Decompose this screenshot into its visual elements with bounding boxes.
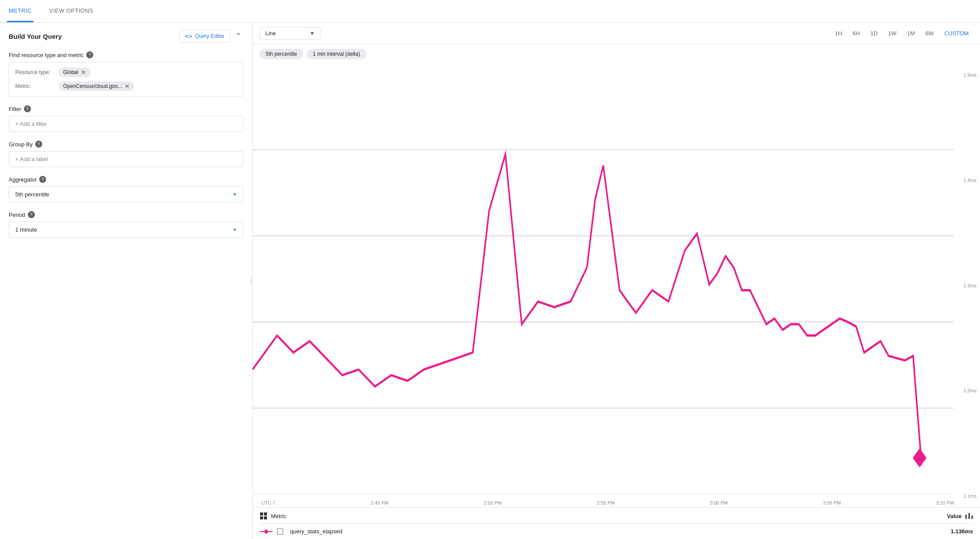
tab-view-options[interactable]: VIEW OPTIONS	[47, 0, 95, 22]
query-editor-button[interactable]: <> Query Editor	[179, 30, 230, 43]
legend-header: Metric Value	[260, 512, 973, 524]
x-axis: UTC-7 2:45 PM 2:50 PM 2:55 PM 3:00 PM 3:…	[261, 500, 954, 505]
y-label-2: 1.4ms	[963, 178, 977, 183]
aggregator-help-icon[interactable]: ?	[39, 176, 46, 183]
x-label-5: 3:05 PM	[823, 500, 841, 505]
group-by-help-icon[interactable]: ?	[35, 141, 42, 148]
time-btn-custom[interactable]: CUSTOM	[940, 27, 973, 39]
x-label-2: 2:50 PM	[484, 500, 502, 505]
x-label-0: UTC-7	[261, 500, 275, 505]
metric-value: OpenCensus/cloud.goo...	[63, 83, 122, 89]
grid-icon	[260, 512, 267, 520]
time-btn-1d[interactable]: 1D	[866, 27, 882, 39]
legend-line-svg	[260, 529, 273, 534]
svg-rect-7	[264, 512, 267, 515]
metric-chip[interactable]: OpenCensus/cloud.goo... ✕	[59, 81, 134, 91]
chart-type-select[interactable]: Line ▼	[260, 27, 321, 40]
group-by-section-title: Group By ?	[9, 141, 243, 148]
resource-section-title: Find resource type and metric ?	[9, 51, 243, 58]
right-panel: Line ▼ 1H 6H 1D 1W 1M 6W CUSTOM 5th perc…	[253, 23, 980, 539]
legend-metric-name: query_stats_elapsed	[290, 528, 946, 535]
build-query-title: Build Your Query	[9, 33, 62, 40]
x-label-6: 3:10 PM	[936, 500, 954, 505]
x-label-3: 2:55 PM	[597, 500, 615, 505]
period-help-icon[interactable]: ?	[28, 211, 35, 218]
svg-rect-9	[264, 516, 267, 519]
legend-line-icon	[260, 529, 273, 534]
y-label-3: 1.3ms	[963, 283, 977, 288]
time-btn-1m[interactable]: 1M	[902, 27, 919, 39]
svg-rect-6	[260, 512, 263, 515]
time-btn-1w[interactable]: 1W	[884, 27, 901, 39]
x-label-4: 3:00 PM	[710, 500, 728, 505]
main-layout: Build Your Query <> Query Editor ⌃ Find …	[0, 23, 980, 539]
resize-handle[interactable]	[250, 23, 252, 539]
svg-rect-5	[912, 448, 926, 468]
period-value: 1 minute	[15, 226, 37, 233]
metric-row: Metric: OpenCensus/cloud.goo... ✕	[15, 81, 237, 91]
build-query-header: Build Your Query <> Query Editor ⌃	[9, 30, 243, 43]
chart-controls: Line ▼ 1H 6H 1D 1W 1M 6W CUSTOM	[253, 23, 980, 44]
period-select[interactable]: 1 minute ▼	[9, 222, 243, 238]
resource-type-chip[interactable]: Global ✕	[59, 67, 91, 77]
resource-type-close-icon[interactable]: ✕	[81, 69, 86, 75]
svg-rect-12	[971, 515, 973, 519]
legend-value-col-label: Value	[947, 513, 973, 519]
left-panel: Build Your Query <> Query Editor ⌃ Find …	[0, 23, 253, 539]
y-axis: 1.5ms 1.4ms 1.3ms 1.2ms 1.1ms	[963, 64, 977, 507]
chart-svg	[253, 64, 954, 494]
resource-type-value: Global	[63, 69, 78, 75]
metric-label: Metric:	[15, 83, 54, 89]
svg-rect-10	[965, 515, 967, 519]
filter-section: Filter ? + Add a filter	[9, 105, 243, 132]
legend-checkbox-icon[interactable]	[277, 529, 283, 535]
svg-rect-14	[264, 529, 268, 534]
time-btn-1h[interactable]: 1H	[831, 27, 847, 39]
resource-section: Find resource type and metric ? Resource…	[9, 51, 243, 97]
chart-legend: Metric Value	[253, 507, 980, 539]
svg-rect-11	[968, 513, 970, 519]
aggregator-section: Aggregator ? 5th percentile ▼	[9, 176, 243, 202]
filter-chip-percentile[interactable]: 5th percentile	[260, 49, 303, 59]
code-icon: <>	[185, 33, 193, 40]
collapse-button[interactable]: ⌃	[233, 30, 243, 43]
time-btn-6h[interactable]: 6H	[848, 27, 865, 39]
filter-section-title: Filter ?	[9, 105, 243, 112]
y-label-4: 1.2ms	[963, 388, 977, 393]
legend-metric-col-label: Metric	[260, 512, 286, 520]
filter-help-icon[interactable]: ?	[24, 105, 31, 112]
legend-metric-value: 1.136ms	[951, 528, 973, 535]
filter-chip-interval[interactable]: 1 min interval (delta)	[307, 49, 366, 59]
chart-type-label: Line	[265, 30, 276, 37]
add-filter-input[interactable]: + Add a filter	[9, 116, 243, 132]
aggregator-value: 5th percentile	[15, 191, 49, 198]
query-editor-label: Query Editor	[195, 33, 224, 39]
resource-type-label: Resource type:	[15, 69, 54, 75]
column-chart-icon	[965, 513, 973, 519]
aggregator-dropdown-icon: ▼	[233, 192, 237, 197]
group-by-section: Group By ? + Add a label	[9, 141, 243, 167]
time-btn-6w[interactable]: 6W	[921, 27, 938, 39]
resize-dots	[250, 278, 252, 284]
tab-metric[interactable]: METRIC	[7, 0, 34, 22]
period-section-title: Period ?	[9, 211, 243, 218]
filter-chips-bar: 5th percentile 1 min interval (delta)	[253, 44, 980, 64]
y-label-5: 1.1ms	[963, 493, 977, 499]
add-label-input[interactable]: + Add a label	[9, 151, 243, 167]
resource-help-icon[interactable]: ?	[86, 51, 93, 58]
period-dropdown-icon: ▼	[233, 227, 237, 232]
resource-type-row: Resource type: Global ✕	[15, 67, 237, 77]
metric-close-icon[interactable]: ✕	[125, 83, 130, 89]
x-label-1: 2:45 PM	[371, 500, 389, 505]
tab-bar: METRIC VIEW OPTIONS	[0, 0, 980, 23]
aggregator-select[interactable]: 5th percentile ▼	[9, 186, 243, 202]
time-buttons: 1H 6H 1D 1W 1M 6W CUSTOM	[831, 27, 973, 39]
period-section: Period ? 1 minute ▼	[9, 211, 243, 238]
chart-area: 1.5ms 1.4ms 1.3ms 1.2ms 1.1ms UTC-7 2:45…	[253, 64, 980, 507]
legend-row-0: query_stats_elapsed 1.136ms	[260, 524, 973, 535]
resource-box: Resource type: Global ✕ Metric: OpenCens…	[9, 62, 243, 97]
svg-rect-8	[260, 516, 263, 519]
aggregator-section-title: Aggregator ?	[9, 176, 243, 183]
y-label-1: 1.5ms	[963, 72, 977, 77]
chart-type-dropdown-icon: ▼	[309, 30, 315, 37]
